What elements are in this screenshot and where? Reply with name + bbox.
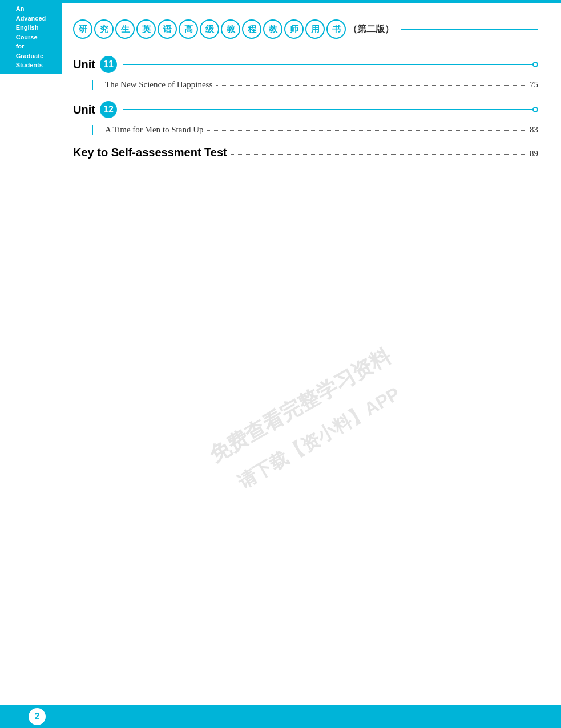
title-suffix: （第二版）	[348, 23, 394, 35]
unit-11-entry-1-dots	[216, 85, 526, 86]
unit-12-entry-1-dots	[207, 130, 526, 131]
title-char-circle: 级	[200, 19, 219, 39]
title-circles: 研究生英语高级教程教师用书	[73, 19, 346, 39]
key-section: Key to Self-assessment Test 89	[73, 146, 538, 159]
page-number-badge: 2	[29, 708, 46, 725]
unit-12-label: Unit	[73, 103, 95, 116]
title-char-circle: 语	[158, 19, 177, 39]
unit-12-entry-1: A Time for Men to Stand Up 83	[96, 125, 538, 135]
unit-11-header: Unit 11	[73, 56, 538, 73]
unit-12-line-circle	[532, 107, 538, 112]
title-char-circle: 用	[305, 19, 325, 39]
sidebar-blue-bar: An Advanced English Course for Graduate …	[0, 0, 62, 74]
unit-12-line	[123, 109, 538, 110]
title-char-circle: 英	[136, 19, 156, 39]
title-char-circle: 书	[326, 19, 346, 39]
title-char-circle: 研	[73, 19, 92, 39]
unit-11-line	[123, 64, 538, 65]
bottom-bar: 2	[0, 705, 561, 728]
left-sidebar: An Advanced English Course for Graduate …	[0, 0, 62, 728]
title-char-circle: 师	[284, 19, 304, 39]
sidebar-title: An Advanced English Course for Graduate …	[16, 4, 46, 70]
header-line	[401, 29, 538, 30]
title-char-circle: 教	[221, 19, 240, 39]
unit-11-line-circle	[532, 62, 538, 67]
unit-11-entry-1-title: The New Science of Happiness	[105, 80, 212, 90]
unit-11-label: Unit	[73, 58, 95, 71]
unit-11-section: Unit 11 The New Science of Happiness 75	[73, 56, 538, 90]
book-title-header: 研究生英语高级教程教师用书 （第二版）	[73, 19, 538, 39]
unit-11-entries: The New Science of Happiness 75	[73, 80, 538, 90]
title-char-circle: 教	[263, 19, 282, 39]
title-char-circle: 生	[115, 19, 135, 39]
unit-11-entry-1: The New Science of Happiness 75	[96, 80, 538, 90]
main-content: 研究生英语高级教程教师用书 （第二版） Unit 11 The New Scie…	[62, 0, 561, 728]
key-page: 89	[530, 149, 538, 159]
unit-11-badge: 11	[100, 56, 117, 73]
unit-12-entries: A Time for Men to Stand Up 83	[73, 125, 538, 135]
unit-12-entry-1-page: 83	[530, 125, 538, 135]
unit-11-entry-1-page: 75	[530, 80, 538, 90]
title-char-circle: 高	[179, 19, 198, 39]
title-char-circle: 程	[242, 19, 261, 39]
key-dots	[231, 154, 526, 155]
unit-12-entry-1-title: A Time for Men to Stand Up	[105, 125, 204, 135]
unit-12-section: Unit 12 A Time for Men to Stand Up 83	[73, 101, 538, 135]
unit-12-badge: 12	[100, 101, 117, 118]
unit-12-header: Unit 12	[73, 101, 538, 118]
title-char-circle: 究	[94, 19, 114, 39]
key-title: Key to Self-assessment Test	[73, 146, 227, 159]
